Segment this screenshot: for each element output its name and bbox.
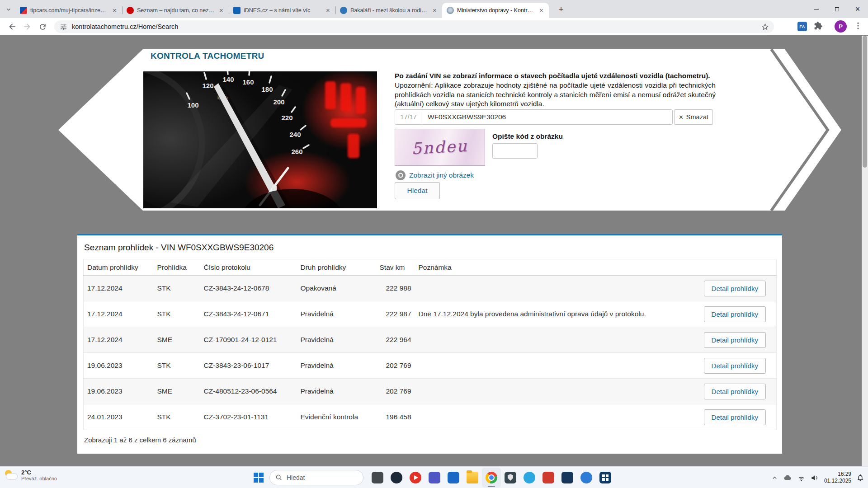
taskbar-office-grid-icon[interactable] bbox=[596, 468, 615, 488]
browser-tab[interactable]: Ministerstvo dopravy - Kontrola× bbox=[442, 3, 549, 18]
reload-button[interactable] bbox=[36, 20, 49, 33]
detail-button[interactable]: Detail prohlídky bbox=[704, 332, 766, 348]
col-type: Druh prohlídky bbox=[297, 259, 376, 276]
office-grid-glyph bbox=[599, 472, 611, 483]
clear-label: Smazat bbox=[686, 113, 708, 121]
cell-date: 17.12.2024 bbox=[84, 301, 154, 327]
explorer-glyph bbox=[467, 472, 478, 483]
detail-button[interactable]: Detail prohlídky bbox=[704, 306, 766, 322]
intro-bold-text: Po zadání VIN se zobrazí informace o sta… bbox=[395, 71, 716, 80]
results-footer: Zobrazuji 1 až 6 z celkem 6 záznamů bbox=[84, 436, 776, 444]
browser-tab[interactable]: Bakaláři - mezi školou a rodinou× bbox=[335, 3, 442, 18]
search-submit-button[interactable]: Hledat bbox=[395, 182, 440, 199]
cell-protocol: CZ-3843-24-12-0671 bbox=[200, 301, 297, 327]
detail-button[interactable]: Detail prohlídky bbox=[704, 384, 766, 399]
back-button[interactable] bbox=[6, 20, 19, 33]
tab-close-icon[interactable]: × bbox=[217, 7, 225, 14]
browser-tab[interactable]: tipcars.com/muj-tipcars/inzerce× bbox=[15, 3, 122, 18]
taskbar-office-blue-icon[interactable] bbox=[444, 468, 463, 488]
window-restore-button[interactable] bbox=[826, 0, 847, 18]
cell-km: 222 987 bbox=[376, 301, 415, 327]
taskbar-app-navy-icon[interactable] bbox=[558, 468, 577, 488]
taskbar-app-red-icon[interactable] bbox=[539, 468, 558, 488]
refresh-captcha-icon[interactable] bbox=[396, 170, 406, 180]
browser-tab[interactable]: Seznam – najdu tam, co neznám× bbox=[122, 3, 229, 18]
onedrive-cloud-icon[interactable] bbox=[783, 473, 792, 482]
cell-note bbox=[415, 404, 693, 430]
tab-close-icon[interactable]: × bbox=[111, 7, 118, 14]
window-close-button[interactable]: × bbox=[847, 0, 868, 18]
col-km: Stav km bbox=[376, 259, 415, 276]
forward-button[interactable] bbox=[21, 20, 33, 33]
taskbar-edge-icon[interactable] bbox=[520, 468, 539, 488]
clock-time: 16:29 bbox=[824, 471, 851, 478]
tab-close-icon[interactable]: × bbox=[431, 7, 439, 14]
taskbar-steam-icon[interactable] bbox=[387, 468, 406, 488]
clear-vin-button[interactable]: ✕Smazat bbox=[674, 109, 713, 125]
taskbar-teams-icon[interactable] bbox=[425, 468, 444, 488]
taskbar-search[interactable]: Hledat bbox=[269, 470, 363, 485]
svg-text:140: 140 bbox=[222, 75, 234, 83]
url-bar[interactable]: kontrolatachometru.cz/Home/Search bbox=[54, 20, 774, 33]
inspection-row: 17.12.2024STKCZ-3843-24-12-0678Opakovaná… bbox=[84, 276, 777, 301]
window-minimize-button[interactable] bbox=[806, 0, 826, 18]
scrollbar-thumb[interactable] bbox=[863, 36, 867, 168]
tab-title: tipcars.com/muj-tipcars/inzerce bbox=[30, 7, 108, 14]
bookmark-star-icon[interactable] bbox=[761, 23, 769, 31]
cell-type: Opakovaná bbox=[297, 276, 376, 301]
url-text: kontrolatachometru.cz/Home/Search bbox=[72, 23, 761, 30]
taskbar-clock[interactable]: 16:29 01.12.2025 bbox=[824, 471, 851, 484]
hero-banner: KONTROLA TACHOMETRU bbox=[58, 49, 841, 211]
inspection-row: 17.12.2024STKCZ-3843-24-12-0671Pravideln… bbox=[84, 301, 777, 327]
notifications-bell-icon[interactable] bbox=[856, 474, 864, 482]
restore-icon bbox=[835, 7, 839, 11]
tab-title: Bakaláři - mezi školou a rodinou bbox=[350, 7, 428, 14]
captcha-input[interactable] bbox=[492, 143, 538, 159]
taskbar-search-placeholder: Hledat bbox=[287, 474, 305, 481]
site-settings-icon[interactable] bbox=[60, 23, 67, 31]
taskbar-chrome-icon[interactable] bbox=[482, 468, 501, 488]
results-panel: Seznam prohlídek - VIN WF0SXXGBWS9E30206… bbox=[77, 234, 782, 454]
tab-title: Seznam – najdu tam, co neznám bbox=[137, 7, 214, 14]
detail-button[interactable]: Detail prohlídky bbox=[704, 281, 766, 296]
results-title: Seznam prohlídek - VIN WF0SXXGBWS9E30206 bbox=[83, 235, 776, 253]
refresh-captcha-link[interactable]: Zobrazit jiný obrázek bbox=[409, 171, 474, 179]
taskbar-security-icon[interactable] bbox=[501, 468, 520, 488]
cell-protocol: CZ-3843-24-12-0678 bbox=[200, 276, 297, 301]
tab-close-icon[interactable]: × bbox=[324, 7, 332, 14]
seznam-favicon bbox=[127, 7, 134, 14]
col-actions bbox=[693, 259, 777, 276]
browser-tab[interactable]: iDNES.cz – s námi víte víc× bbox=[229, 3, 335, 18]
tab-close-icon[interactable]: × bbox=[538, 7, 545, 14]
cell-station: SME bbox=[154, 379, 200, 404]
new-tab-button[interactable]: + bbox=[555, 4, 567, 15]
extension-badge[interactable]: FA bbox=[797, 22, 807, 31]
speedometer-image: 100 120 140 160 180 200 220 240 260 km/h bbox=[143, 71, 377, 208]
taskbar-app-dark-icon[interactable] bbox=[368, 468, 387, 488]
svg-text:160: 160 bbox=[242, 78, 254, 86]
browser-menu-icon[interactable] bbox=[854, 21, 863, 32]
taskbar-explorer-icon[interactable] bbox=[463, 468, 482, 488]
search-icon bbox=[275, 474, 283, 481]
start-button[interactable] bbox=[250, 469, 268, 487]
cell-date: 19.06.2023 bbox=[84, 353, 154, 379]
svg-text:220: 220 bbox=[281, 114, 292, 122]
minimize-icon bbox=[814, 9, 819, 9]
app-dark-glyph bbox=[372, 472, 383, 483]
vin-input[interactable] bbox=[422, 113, 672, 121]
taskbar-media-icon[interactable] bbox=[406, 468, 425, 488]
wifi-icon[interactable] bbox=[797, 474, 806, 482]
detail-button[interactable]: Detail prohlídky bbox=[704, 358, 766, 374]
volume-icon[interactable] bbox=[811, 474, 819, 482]
detail-button[interactable]: Detail prohlídky bbox=[704, 409, 766, 425]
page-title: KONTROLA TACHOMETRU bbox=[151, 51, 264, 61]
tray-chevron-up-icon[interactable] bbox=[771, 474, 778, 481]
captcha-image: 5ndeu bbox=[395, 129, 485, 166]
profile-avatar[interactable]: P bbox=[835, 20, 847, 33]
inspection-row: 17.12.2024SMECZ-170901-24-12-0121Pravide… bbox=[84, 327, 777, 353]
tab-search-icon[interactable] bbox=[5, 5, 13, 14]
taskbar-skype-icon[interactable] bbox=[577, 468, 596, 488]
extensions-puzzle-icon[interactable] bbox=[814, 21, 823, 32]
weather-widget[interactable]: 2°C Převáž. oblačno bbox=[5, 469, 57, 482]
browser-toolbar: kontrolatachometru.cz/Home/Search FA P bbox=[0, 18, 868, 35]
